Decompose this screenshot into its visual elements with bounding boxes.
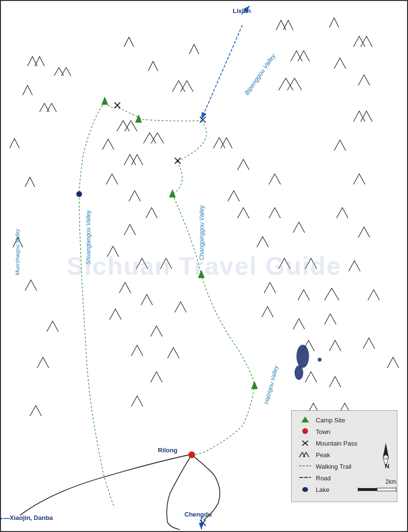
- svg-text:Shuanglaogou Valley: Shuanglaogou Valley: [85, 210, 92, 265]
- lake-icon: [298, 485, 312, 494]
- svg-point-34: [302, 428, 308, 434]
- svg-line-2: [201, 25, 242, 119]
- trail-icon: [298, 462, 312, 471]
- campsite-icon: [298, 416, 312, 425]
- svg-point-39: [302, 487, 308, 492]
- svg-point-11: [296, 345, 309, 368]
- svg-text:Lixian: Lixian: [233, 7, 251, 14]
- svg-text:Chengdu: Chengdu: [184, 511, 211, 518]
- svg-marker-15: [101, 97, 108, 105]
- svg-point-13: [318, 358, 322, 362]
- svg-marker-17: [169, 189, 176, 197]
- legend-item-campsite: Camp Site: [298, 416, 390, 425]
- svg-marker-40: [383, 443, 389, 457]
- scale-bar: 2km: [358, 478, 396, 495]
- scale-label: 2km: [358, 478, 396, 485]
- svg-text:Rilong: Rilong: [158, 447, 177, 454]
- svg-text:Bipenggou Valley: Bipenggou Valley: [243, 52, 277, 96]
- north-arrow: N: [375, 440, 396, 469]
- legend-item-town: Town: [298, 427, 390, 436]
- svg-marker-19: [251, 381, 258, 389]
- town-label: Town: [316, 428, 330, 435]
- svg-text:Xiaojin, Danba: Xiaojin, Danba: [10, 514, 53, 521]
- svg-rect-43: [358, 488, 377, 491]
- svg-text:Halzigou Valley: Halzigou Valley: [263, 364, 280, 405]
- map-container: Sichuan Travel Guide: [0, 0, 408, 532]
- lake-label: Lake: [316, 486, 329, 493]
- svg-marker-33: [301, 417, 309, 422]
- svg-point-14: [76, 191, 82, 197]
- svg-text:Changpinggou Valley: Changpinggou Valley: [198, 205, 205, 260]
- road-label: Road: [316, 475, 331, 482]
- road-icon: [298, 474, 312, 483]
- svg-rect-44: [377, 488, 396, 491]
- campsite-label: Camp Site: [316, 417, 345, 424]
- pass-label: Mountain Pass: [316, 440, 357, 447]
- pass-icon: [298, 439, 312, 448]
- svg-marker-16: [135, 114, 142, 123]
- svg-text:N: N: [385, 462, 389, 469]
- svg-point-12: [295, 365, 303, 380]
- peak-icon: [298, 450, 312, 460]
- trail-label: Walking Trail: [316, 463, 352, 470]
- svg-text:Muerzhaigou Valley: Muerzhaigou Valley: [14, 228, 20, 275]
- town-icon: [298, 427, 312, 436]
- svg-marker-18: [198, 270, 205, 278]
- peak-label: Peak: [316, 451, 330, 459]
- svg-point-26: [188, 451, 195, 458]
